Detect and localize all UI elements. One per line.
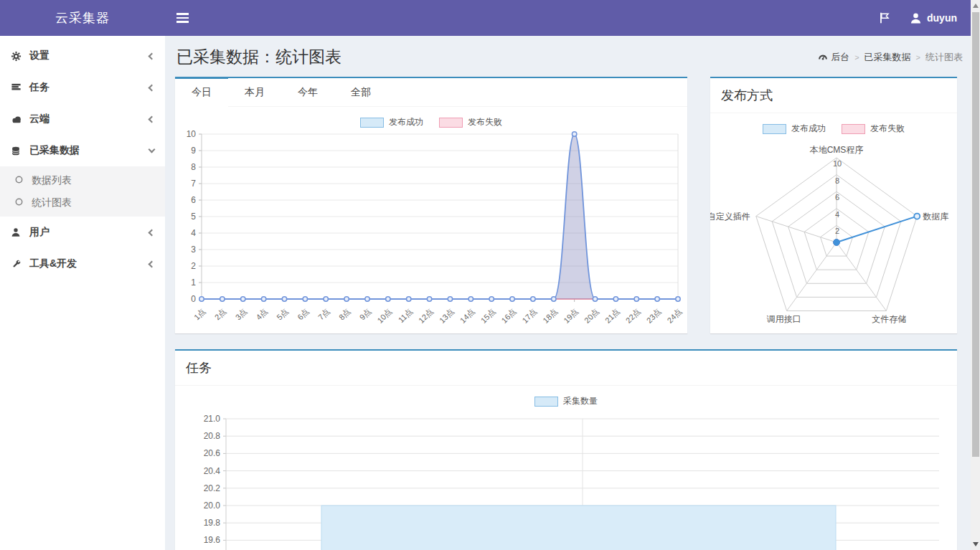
flag-icon[interactable] xyxy=(867,0,903,36)
data-point-marker xyxy=(324,297,328,301)
sidebar-item-3[interactable]: 已采集数据 xyxy=(0,135,165,166)
sidebar-item-0[interactable]: 设置 xyxy=(0,40,165,72)
sidebar-submenu: 数据列表统计图表 xyxy=(0,166,165,217)
x-axis-tick-label: 12点 xyxy=(417,307,435,325)
publish-method-card: 发布方式 发布成功发布失败 246810本地CMS程序数据库文件存储调用接口自定… xyxy=(710,77,957,333)
y-axis-tick-label: 8 xyxy=(191,162,196,172)
x-axis-tick-label: 5点 xyxy=(275,307,290,322)
y-axis-tick-label: 4 xyxy=(191,228,196,238)
breadcrumb-item-1[interactable]: 已采集数据 xyxy=(864,51,911,64)
data-point-marker xyxy=(552,297,556,301)
data-point-marker xyxy=(489,297,494,301)
data-point-marker xyxy=(676,297,680,301)
tasks-bar-chart: 21.020.820.620.420.220.019.819.619.419.2 xyxy=(186,412,946,550)
sidebar-subitem-0[interactable]: 数据列表 xyxy=(0,169,165,191)
data-point-marker xyxy=(572,132,576,136)
database-icon xyxy=(11,146,29,156)
sidebar-item-2[interactable]: 云端 xyxy=(0,103,165,135)
radar-ring-label: 6 xyxy=(835,193,839,201)
charts-row: 今日本月今年全部 发布成功发布失败 0123456789101点2点3点4点5点… xyxy=(175,77,964,333)
y-axis-tick-label: 10 xyxy=(187,129,197,139)
y-axis-tick-label: 9 xyxy=(191,146,196,156)
radar-ring-label: 8 xyxy=(835,176,839,185)
sidebar-item-1[interactable]: 任务 xyxy=(0,72,165,103)
hourly-chart-card: 今日本月今年全部 发布成功发布失败 0123456789101点2点3点4点5点… xyxy=(175,77,687,333)
scrollbar-down-arrow[interactable] xyxy=(973,542,979,546)
legend-item[interactable]: 采集数量 xyxy=(534,395,598,407)
sidebar-toggle-button[interactable] xyxy=(165,0,199,36)
x-axis-tick-label: 7点 xyxy=(316,307,331,322)
legend-chip xyxy=(763,124,786,134)
data-point-marker xyxy=(199,297,204,301)
x-axis-tick-label: 8点 xyxy=(337,307,352,322)
tab-今日[interactable]: 今日 xyxy=(175,77,228,107)
user-icon xyxy=(910,12,922,24)
data-point-marker xyxy=(365,297,369,301)
x-axis-tick-label: 14点 xyxy=(458,307,476,325)
page-header: 已采集数据：统计图表 后台>已采集数据>统计图表 xyxy=(175,43,964,77)
circle-icon xyxy=(14,174,32,187)
cloud-icon xyxy=(11,114,29,125)
tab-全部[interactable]: 全部 xyxy=(334,78,387,106)
radar-point-marker xyxy=(914,214,920,219)
tasks-icon xyxy=(11,82,29,93)
sidebar-subitem-label: 数据列表 xyxy=(32,174,72,187)
user-menu[interactable]: duyun xyxy=(903,0,980,36)
y-axis-tick-label: 3 xyxy=(191,245,196,255)
sidebar-item-4[interactable]: 用户 xyxy=(0,217,165,248)
x-axis-tick-label: 4点 xyxy=(254,307,269,322)
scrollbar-up-arrow[interactable] xyxy=(973,4,979,8)
x-axis-tick-label: 3点 xyxy=(234,307,249,322)
sidebar-item-label: 任务 xyxy=(29,81,149,94)
legend-label: 采集数量 xyxy=(563,395,598,407)
chevron-left-icon xyxy=(149,52,156,60)
tab-今年[interactable]: 今年 xyxy=(281,78,334,106)
breadcrumb-separator: > xyxy=(916,53,920,62)
x-axis-tick-label: 1点 xyxy=(192,307,207,322)
data-point-marker xyxy=(510,297,514,301)
flag-icon xyxy=(878,11,891,24)
data-point-marker xyxy=(531,297,535,301)
x-axis-tick-label: 9点 xyxy=(358,307,373,322)
tasks-chart-legend: 采集数量 xyxy=(175,395,957,407)
sidebar-item-label: 云端 xyxy=(29,113,149,125)
y-axis-tick-label: 2 xyxy=(191,261,196,271)
hourly-publish-area-chart: 0123456789101点2点3点4点5点6点7点8点9点10点11点12点1… xyxy=(178,128,684,328)
circle-icon xyxy=(14,196,32,209)
radar-axis-label: 调用接口 xyxy=(766,314,801,324)
legend-label: 发布成功 xyxy=(389,116,423,128)
chevron-down-icon xyxy=(149,146,156,153)
chevron-left-icon xyxy=(149,84,156,91)
data-point-marker xyxy=(386,297,390,301)
y-axis-tick-label: 5 xyxy=(191,212,196,222)
data-point-marker xyxy=(613,297,618,301)
x-axis-tick-label: 24点 xyxy=(665,307,683,325)
scrollbar-thumb[interactable] xyxy=(972,12,979,457)
legend-chip xyxy=(842,124,865,134)
tasks-bar xyxy=(321,506,836,550)
wrench-icon xyxy=(11,259,29,270)
data-point-marker xyxy=(406,297,410,301)
legend-item[interactable]: 发布失败 xyxy=(842,123,905,135)
breadcrumb-separator: > xyxy=(854,53,859,62)
app-brand[interactable]: 云采集器 xyxy=(0,0,165,36)
x-axis-tick-label: 20点 xyxy=(583,307,600,325)
data-point-marker xyxy=(655,297,659,301)
y-axis-tick-label: 20.6 xyxy=(204,448,221,458)
sidebar-subitem-1[interactable]: 统计图表 xyxy=(0,191,165,214)
publish-method-radar-chart: 246810本地CMS程序数据库文件存储调用接口自定义插件 xyxy=(710,135,957,336)
legend-chip xyxy=(534,397,558,407)
tab-本月[interactable]: 本月 xyxy=(228,78,281,106)
page-scrollbar[interactable] xyxy=(971,0,980,550)
breadcrumb-item-0[interactable]: 后台 xyxy=(818,51,849,64)
legend-item[interactable]: 发布成功 xyxy=(360,116,423,128)
y-axis-tick-label: 20.8 xyxy=(204,431,221,441)
x-axis-tick-label: 11点 xyxy=(397,307,414,324)
legend-item[interactable]: 发布成功 xyxy=(763,123,826,135)
radar-point-marker xyxy=(834,240,840,246)
sidebar-item-5[interactable]: 工具&开发 xyxy=(0,248,165,280)
y-axis-tick-label: 21.0 xyxy=(204,414,221,424)
data-point-marker xyxy=(303,297,307,301)
legend-item[interactable]: 发布失败 xyxy=(439,116,502,128)
breadcrumb: 后台>已采集数据>统计图表 xyxy=(818,51,963,64)
